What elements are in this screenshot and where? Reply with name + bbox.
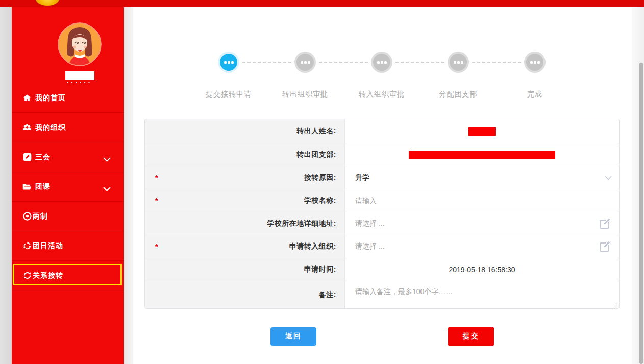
target-organization-picker[interactable]: 请选择 ... (345, 235, 619, 258)
school-name-input[interactable] (345, 189, 619, 212)
chevron-down-icon (103, 184, 111, 193)
step-label: 完成 (497, 90, 573, 99)
field-label-cell: * 学校名称: (145, 189, 345, 212)
step-circle-2 (294, 52, 316, 73)
form-row-remarks: 备注: (145, 281, 619, 308)
form-row-school-address: 学校所在地详细地址: 请选择 ... (145, 212, 619, 235)
field-label: 备注: (319, 290, 336, 300)
sidebar-item-label: 两制 (33, 212, 48, 221)
form-row-application-time: 申请时间: 2019-05-18 16:58:30 (145, 258, 619, 281)
sidebar-item-relationship-transfer[interactable]: 关系接转 (12, 261, 124, 290)
back-button[interactable]: 返回 (270, 327, 316, 346)
picker-placeholder: 请选择 ... (345, 219, 385, 228)
required-asterisk: * (155, 174, 158, 182)
submit-button[interactable]: 提交 (448, 327, 494, 346)
sidebar-item-tuanke[interactable]: 团课 (12, 172, 124, 202)
field-label-cell: 学校所在地详细地址: (145, 212, 345, 235)
form-row-target-organization: * 申请转入组织: 请选择 ... (145, 235, 619, 258)
picker-placeholder: 请选择 ... (345, 242, 385, 251)
form-row-transfer-out-name: 转出人姓名: (145, 119, 619, 143)
step-label: 提交接转申请 (190, 90, 267, 99)
step-connector (319, 62, 368, 63)
sidebar-item-label: 团日活动 (33, 241, 63, 251)
step-circle-5 (524, 52, 546, 73)
field-label-cell: 转出人姓名: (145, 119, 345, 143)
form-row-school-name: * 学校名称: (145, 189, 619, 212)
required-asterisk: * (155, 197, 158, 205)
field-label: 学校所在地详细地址: (267, 219, 336, 228)
step-connector (242, 62, 291, 63)
field-value-cell (345, 281, 619, 308)
resize-handle-icon[interactable] (612, 302, 617, 307)
edit-icon[interactable] (599, 240, 612, 253)
step-label: 分配团支部 (420, 90, 497, 99)
sidebar-item-my-organization[interactable]: 我的组织 (12, 113, 124, 142)
field-label-cell: 备注: (145, 281, 345, 308)
step-circle-1 (218, 52, 239, 73)
field-value-cell (345, 189, 619, 212)
page-scrollbar-track[interactable] (632, 7, 644, 364)
redacted-value-block (409, 151, 555, 159)
edit-icon[interactable] (599, 217, 612, 230)
sync-icon (22, 271, 32, 280)
field-label-cell: * 接转原因: (145, 166, 345, 189)
page-scrollbar-thumb[interactable] (639, 63, 643, 364)
sidebar-item-label: 我的组织 (35, 123, 66, 132)
folder-icon (22, 182, 32, 191)
required-asterisk: * (155, 242, 158, 251)
sidebar-item-liangzhi[interactable]: 两制 (12, 202, 124, 231)
step-label: 转入组织审批 (343, 90, 420, 99)
field-label: 转出团支部: (296, 150, 336, 159)
sidebar-menu: 我的首页 我的组织 三会 (12, 83, 124, 290)
field-label: 申请时间: (304, 265, 336, 274)
home-icon (22, 93, 32, 103)
page-left-margin (0, 7, 12, 364)
form-row-transfer-out-branch: 转出团支部: (145, 143, 619, 166)
remarks-textarea[interactable] (345, 281, 619, 308)
pen-square-icon (22, 153, 32, 162)
step-connector (395, 62, 444, 63)
chevron-down-icon (605, 173, 612, 182)
field-label-cell: 转出团支部: (145, 143, 345, 166)
field-label-cell: 申请时间: (145, 258, 345, 281)
league-emblem-icon (36, 0, 59, 6)
user-profile-block: ······ (45, 22, 114, 88)
step-connector (472, 62, 521, 63)
transfer-application-form: 转出人姓名: 转出团支部: * 接转原因: 升学 (144, 119, 620, 309)
field-label: 申请转入组织: (289, 242, 336, 251)
form-row-transfer-reason: * 接转原因: 升学 (145, 166, 619, 189)
sidebar-item-my-homepage[interactable]: 我的首页 (12, 83, 124, 113)
sidebar-item-label: 我的首页 (35, 93, 66, 103)
recycle-icon (22, 241, 32, 251)
sidebar-item-league-day-activity[interactable]: 团日活动 (12, 231, 124, 261)
field-label-cell: * 申请转入组织: (145, 235, 345, 258)
field-value-cell (345, 119, 619, 143)
sidebar-item-label: 团课 (35, 182, 51, 191)
field-value-cell: 2019-05-18 16:58:30 (345, 258, 619, 281)
redacted-value-block (468, 127, 496, 136)
step-label: 转出组织审批 (267, 90, 343, 99)
avatar (58, 22, 102, 66)
chevron-down-icon (103, 155, 111, 164)
dot-circle-icon (22, 212, 32, 221)
school-address-picker[interactable]: 请选择 ... (345, 212, 619, 235)
main-content: 提交接转申请 转出组织审批 转入组织审批 分配团支部 完成 转出人姓名: 转出团… (133, 7, 632, 364)
field-label: 转出人姓名: (296, 127, 336, 136)
application-time-value: 2019-05-18 16:58:30 (345, 265, 619, 274)
field-label: 学校名称: (304, 196, 336, 205)
users-icon (22, 123, 32, 132)
sidebar-item-label: 三会 (35, 153, 51, 162)
step-circle-3 (371, 52, 392, 73)
sidebar: ······ 我的首页 我的组织 (12, 7, 124, 364)
field-label: 接转原因: (304, 173, 336, 182)
reason-select[interactable]: 升学 (345, 166, 619, 189)
selected-reason-value: 升学 (345, 173, 369, 182)
field-value-cell (345, 143, 619, 166)
step-circle-4 (448, 52, 469, 73)
sidebar-item-label: 关系接转 (33, 271, 63, 280)
sidebar-item-sanhui[interactable]: 三会 (12, 142, 124, 172)
content-left-gutter (124, 7, 133, 364)
top-bar (0, 0, 644, 7)
